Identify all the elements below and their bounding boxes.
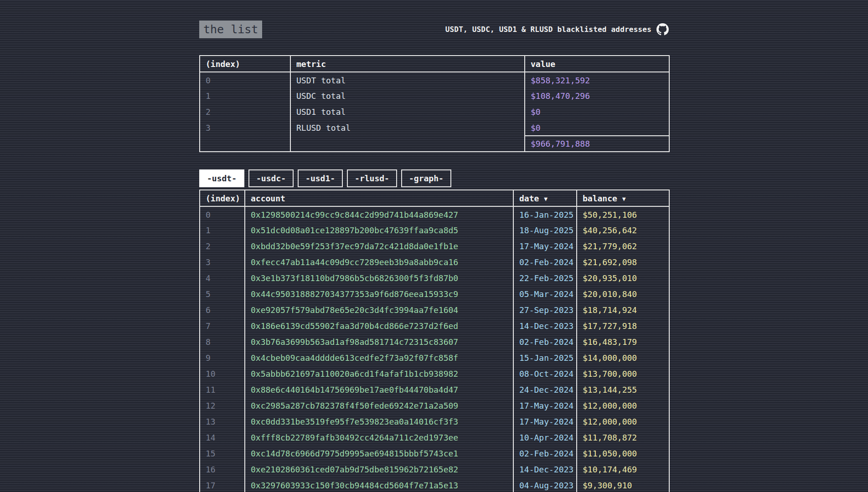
cell-index: 0 bbox=[200, 206, 245, 222]
cell-date: 22-Feb-2025 bbox=[513, 270, 577, 286]
summary-total-value: $966,791,888 bbox=[525, 136, 669, 152]
blacklist-table: (index) account date ▼ balance ▼ 00x1298… bbox=[199, 190, 670, 492]
github-link[interactable] bbox=[656, 23, 669, 36]
cell-account: 0xfecc47ab11a44c09d9cc7289eeb3b9a8abb9ca… bbox=[245, 254, 513, 270]
blacklist-table-body: 00x1298500214c99cc9c844c2d99d741b44a869e… bbox=[200, 206, 669, 492]
cell-balance: $20,010,840 bbox=[577, 286, 669, 302]
cell-balance: $40,256,642 bbox=[577, 222, 669, 238]
summary-table: (index) metric value 0USDT total$858,321… bbox=[199, 55, 670, 152]
col-header-index-label: (index) bbox=[206, 194, 240, 203]
cell-date: 15-Jan-2025 bbox=[513, 350, 577, 366]
cell-balance: $21,779,062 bbox=[577, 238, 669, 254]
summary-cell-index: 3 bbox=[200, 120, 290, 136]
cell-balance: $9,300,910 bbox=[577, 477, 669, 492]
blacklist-row: 00x1298500214c99cc9c844c2d99d741b44a869e… bbox=[200, 206, 669, 222]
tab-usd1[interactable]: -usd1- bbox=[298, 169, 343, 187]
page-title: the list bbox=[199, 20, 262, 38]
cell-balance: $14,000,000 bbox=[577, 350, 669, 366]
summary-cell-index: 2 bbox=[200, 104, 290, 120]
cell-balance: $13,700,000 bbox=[577, 366, 669, 382]
cell-index: 8 bbox=[200, 334, 245, 350]
summary-row: 0USDT total$858,321,592 bbox=[200, 72, 669, 88]
summary-cell-value: $0 bbox=[525, 120, 669, 136]
subtitle-area: USDT, USDC, USD1 & RLUSD blacklisted add… bbox=[445, 23, 669, 36]
cell-index: 1 bbox=[200, 222, 245, 238]
cell-balance: $11,708,872 bbox=[577, 430, 669, 446]
summary-cell-value: $858,321,592 bbox=[525, 72, 669, 88]
summary-table-body: 0USDT total$858,321,5921USDC total$108,4… bbox=[200, 72, 669, 136]
blacklist-row: 160xe2102860361ced07ab9d75dbe815962b7216… bbox=[200, 461, 669, 477]
summary-cell-metric: USDT total bbox=[290, 72, 525, 88]
blacklist-row: 170x3297603933c150f30cb94484cd5604f7e71a… bbox=[200, 477, 669, 492]
cell-date: 27-Sep-2023 bbox=[513, 302, 577, 318]
cell-date: 02-Feb-2024 bbox=[513, 446, 577, 461]
summary-cell-index: 1 bbox=[200, 88, 290, 104]
main-content: the list USDT, USDC, USD1 & RLUSD blackl… bbox=[199, 0, 669, 492]
col-header-balance-label: balance bbox=[583, 194, 617, 203]
summary-cell-value: $0 bbox=[525, 104, 669, 120]
summary-row: 3RLUSD total$0 bbox=[200, 120, 669, 136]
cell-index: 3 bbox=[200, 254, 245, 270]
cell-balance: $21,692,098 bbox=[577, 254, 669, 270]
cell-account: 0x88e6c440164b14756969be17ae0fb44470ba4d… bbox=[245, 382, 513, 398]
cell-account: 0x3b76a3699b563ad1af98ad581714c72315c836… bbox=[245, 334, 513, 350]
cell-date: 17-May-2024 bbox=[513, 414, 577, 430]
cell-index: 4 bbox=[200, 270, 245, 286]
cell-account: 0xc14d78c6966d7975d9995ae694815bbbf5743c… bbox=[245, 446, 513, 461]
topbar: the list USDT, USDC, USD1 & RLUSD blackl… bbox=[199, 20, 669, 39]
cell-balance: $13,144,255 bbox=[577, 382, 669, 398]
col-header-account[interactable]: account bbox=[245, 190, 513, 206]
cell-date: 24-Dec-2024 bbox=[513, 382, 577, 398]
blacklist-row: 90x4cbeb09caa4dddde613cedfe2f73a92f07fc8… bbox=[200, 350, 669, 366]
blacklist-row: 130xc0dd331be3519fe95f7e539823ea0a14016c… bbox=[200, 414, 669, 430]
page: { "header": { "title": "the list", "subt… bbox=[0, 0, 868, 492]
col-header-balance[interactable]: balance ▼ bbox=[577, 190, 669, 206]
cell-date: 17-May-2024 bbox=[513, 238, 577, 254]
blacklist-row: 100x5abbb621697a110020a6cd1f4afaf1b1cb93… bbox=[200, 366, 669, 382]
cell-balance: $20,935,010 bbox=[577, 270, 669, 286]
cell-account: 0x44c9503188827034377353a9f6d876eea15933… bbox=[245, 286, 513, 302]
tabs: -usdt--usdc--usd1--rlusd--graph- bbox=[199, 169, 669, 187]
blacklist-row: 60xe92057f579abd78e65e20c3d4fc3994aa7fe1… bbox=[200, 302, 669, 318]
summary-total-empty-metric bbox=[290, 136, 525, 152]
blacklist-row: 70x186e6139cd55902faa3d70b4cd866e7237d2f… bbox=[200, 318, 669, 334]
summary-cell-index: 0 bbox=[200, 72, 290, 88]
blacklist-row: 140xfff8cb22789fafb30492cc4264a711c2ed19… bbox=[200, 430, 669, 446]
col-header-index[interactable]: (index) bbox=[200, 190, 245, 206]
tab-rlusd[interactable]: -rlusd- bbox=[347, 169, 397, 187]
tab-graph[interactable]: -graph- bbox=[401, 169, 451, 187]
cell-date: 05-Mar-2024 bbox=[513, 286, 577, 302]
cell-index: 7 bbox=[200, 318, 245, 334]
col-header-date[interactable]: date ▼ bbox=[513, 190, 577, 206]
tab-usdc[interactable]: -usdc- bbox=[248, 169, 294, 187]
blacklist-row: 110x88e6c440164b14756969be17ae0fb44470ba… bbox=[200, 382, 669, 398]
blacklist-row: 30xfecc47ab11a44c09d9cc7289eeb3b9a8abb9c… bbox=[200, 254, 669, 270]
cell-balance: $11,050,000 bbox=[577, 446, 669, 461]
cell-date: 08-Oct-2024 bbox=[513, 366, 577, 382]
cell-account: 0x3297603933c150f30cb94484cd5604f7e71a5e… bbox=[245, 477, 513, 492]
cell-date: 02-Feb-2024 bbox=[513, 254, 577, 270]
cell-index: 6 bbox=[200, 302, 245, 318]
cell-date: 14-Dec-2023 bbox=[513, 318, 577, 334]
subtitle-text: USDT, USDC, USD1 & RLUSD blacklisted add… bbox=[445, 25, 651, 34]
blacklist-row: 150xc14d78c6966d7975d9995ae694815bbbf574… bbox=[200, 446, 669, 461]
cell-account: 0xc0dd331be3519fe95f7e539823ea0a14016cf3… bbox=[245, 414, 513, 430]
blacklist-row: 20xbdd32b0e59f253f37ec97da72c421d8da0e1f… bbox=[200, 238, 669, 254]
cell-balance: $17,727,918 bbox=[577, 318, 669, 334]
cell-balance: $10,174,469 bbox=[577, 461, 669, 477]
cell-account: 0xe2102860361ced07ab9d75dbe815962b72165e… bbox=[245, 461, 513, 477]
cell-account: 0x3e1b373f18110bd7986b5cb6826300f5f3fd87… bbox=[245, 270, 513, 286]
cell-index: 15 bbox=[200, 446, 245, 461]
github-icon bbox=[656, 23, 669, 36]
cell-account: 0x5abbb621697a110020a6cd1f4afaf1b1cb9389… bbox=[245, 366, 513, 382]
cell-date: 10-Apr-2024 bbox=[513, 430, 577, 446]
cell-date: 16-Jan-2025 bbox=[513, 206, 577, 222]
blacklist-row: 40x3e1b373f18110bd7986b5cb6826300f5f3fd8… bbox=[200, 270, 669, 286]
cell-date: 14-Dec-2023 bbox=[513, 461, 577, 477]
cell-date: 04-Aug-2023 bbox=[513, 477, 577, 492]
col-header-date-label: date bbox=[519, 194, 539, 203]
summary-row: 2USD1 total$0 bbox=[200, 104, 669, 120]
tab-usdt[interactable]: -usdt- bbox=[199, 169, 244, 187]
cell-index: 11 bbox=[200, 382, 245, 398]
cell-balance: $12,000,000 bbox=[577, 398, 669, 414]
